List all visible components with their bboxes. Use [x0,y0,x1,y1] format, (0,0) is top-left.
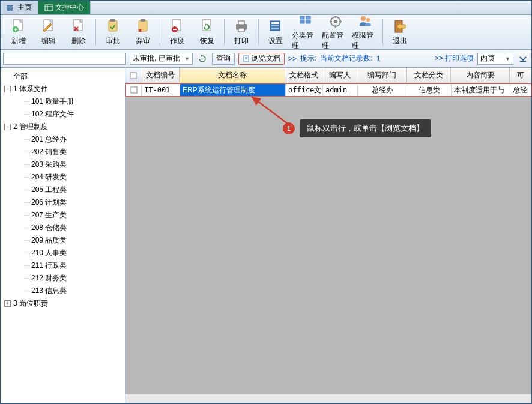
permission-button[interactable]: 权限管理 [351,17,380,48]
row-checkbox[interactable] [126,84,142,96]
tree-node[interactable]: ⋯209 品质类 [2,234,124,247]
collapse-icon[interactable]: - [4,124,11,130]
col-format[interactable]: 文档格式 [285,68,322,83]
col-dept[interactable]: 编写部门 [357,68,407,83]
reject-icon [135,18,151,35]
tree-node[interactable]: 全部 [2,70,124,83]
tree-node[interactable]: -2 管理制度 [2,121,124,133]
tree-label: 208 仓储类 [31,223,67,233]
tree-node[interactable]: ⋯102 程序文件 [2,108,124,121]
svg-point-31 [334,20,337,23]
separator [95,19,96,46]
svg-rect-40 [131,87,137,93]
tree-node[interactable]: ⋯203 采购类 [2,158,124,171]
approve-button[interactable]: 审批 [98,17,127,48]
reject-button[interactable]: 弃审 [128,17,157,48]
edit-icon [40,18,57,35]
tree-node[interactable]: ⋯204 研发类 [2,171,124,184]
header-checkbox[interactable] [125,68,141,83]
tree-node[interactable]: ⋯207 生产类 [2,209,124,222]
tool-label: 配置管理 [322,31,349,51]
svg-rect-25 [271,28,279,29]
tree-node[interactable]: ⋯211 行政类 [2,259,124,272]
chevron-down-icon: ▼ [505,56,510,62]
tab-doc-center[interactable]: 文控中心 [38,1,91,14]
col-category[interactable]: 文档分类 [407,68,451,83]
svg-rect-26 [300,16,304,19]
tool-label: 删除 [71,36,86,46]
tree-node[interactable]: ⋯210 人事类 [2,247,124,259]
collapse-icon[interactable] [517,53,529,65]
col-more[interactable]: 可 [510,68,531,83]
svg-rect-12 [110,19,115,22]
query-button[interactable]: 查询 [212,53,235,65]
col-author[interactable]: 编写人 [322,68,357,83]
delete-button[interactable]: 删除 [64,17,93,48]
horizontal-scrollbar[interactable] [125,394,531,403]
tree-node[interactable]: ⋯202 销售类 [2,146,124,158]
print-button[interactable]: 打印 [227,17,256,48]
col-name[interactable]: 文档名称 [180,68,285,83]
config-icon [327,14,344,29]
tree-node[interactable]: ⋯212 财务类 [2,272,124,285]
cell-name: ERP系统运行管理制度 [180,84,286,96]
tree-label: 204 研发类 [31,172,67,182]
print-icon [233,18,250,35]
col-summary[interactable]: 内容简要 [451,68,510,83]
separator [258,19,259,46]
print-page-select[interactable]: 内页 ▼ [477,53,513,65]
tab-home[interactable]: 主页 [1,1,38,14]
config-button[interactable]: 配置管理 [321,17,350,48]
tool-label: 权限管理 [352,31,379,51]
tree-label: 209 品质类 [31,235,67,246]
col-code[interactable]: 文档编号 [141,68,180,83]
status-filter[interactable]: 未审批, 已审批 ▼ [130,53,193,65]
restore-button[interactable]: 恢复 [193,17,222,48]
void-icon [169,18,186,35]
select-value: 内页 [480,53,495,64]
edit-button[interactable]: 编辑 [34,17,63,48]
tree-node[interactable]: ⋯205 工程类 [2,184,124,196]
tool-label: 编辑 [41,36,56,46]
grid-body: 1 鼠标双击行，或单击【浏览文档】 [125,97,531,394]
doc-icon [243,55,250,62]
filter-bar: 未审批, 已审批 ▼ 查询 浏览文档 >> 提示: 当前文档记录数: 1 >> … [1,50,531,68]
tree-label: 206 计划类 [31,197,67,208]
tab-label: 文控中心 [55,2,84,13]
tree-node[interactable]: ⋯213 信息类 [2,285,124,297]
table-row[interactable]: IT-001 ERP系统运行管理制度 office文 admin 总经办 信息类… [125,83,531,97]
category-button[interactable]: 分类管理 [291,17,320,48]
tab-label: 主页 [17,2,32,13]
settings-button[interactable]: 设置 [261,17,290,48]
exit-button[interactable]: 退出 [385,17,414,48]
tool-label: 作废 [170,36,184,46]
collapse-icon[interactable]: - [4,86,11,92]
new-icon [10,18,27,35]
cell-more: 总经 [510,84,531,96]
expand-icon[interactable]: + [4,300,11,307]
tree-node[interactable]: ⋯206 计划类 [2,196,124,209]
tree-label: 3 岗位职责 [13,298,48,309]
tree-node[interactable]: ⋯201 总经办 [2,133,124,146]
void-button[interactable]: 作废 [163,17,192,48]
tree-node[interactable]: ⋯208 仓储类 [2,222,124,234]
tool-label: 设置 [268,36,283,46]
tree-node[interactable]: -1 体系文件 [2,83,124,95]
refresh-icon[interactable] [196,53,208,65]
tree-label: 207 生产类 [31,210,67,220]
callout-number: 1 [283,122,295,134]
cell-category: 信息类 [407,84,452,96]
tool-label: 打印 [234,36,249,46]
search-input[interactable] [3,53,126,65]
content-area: 文档编号 文档名称 文档格式 编写人 编写部门 文档分类 内容简要 可 IT-0… [125,68,531,403]
permission-icon [357,14,374,29]
tree-node[interactable]: +3 岗位职责 [2,297,124,310]
separator [224,19,225,46]
print-options-link[interactable]: >> 打印选项 [435,53,474,64]
browse-doc-button[interactable]: 浏览文档 [238,53,285,65]
tree-label: 2 管理制度 [13,122,48,132]
svg-rect-4 [45,5,52,11]
tree-node[interactable]: ⋯101 质量手册 [2,95,124,108]
new-button[interactable]: 新增 [4,17,33,48]
svg-rect-2 [7,8,10,11]
